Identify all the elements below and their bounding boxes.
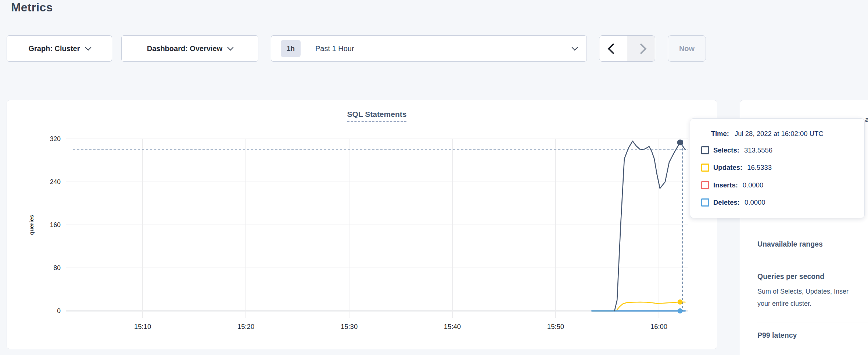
sidebar-divider: [757, 264, 868, 264]
chevron-down-icon: [85, 44, 91, 51]
selects-series-swatch-icon: [701, 146, 709, 154]
tooltip-row: Inserts: 0.0000: [701, 176, 853, 194]
svg-text:15:30: 15:30: [341, 323, 358, 330]
time-range-label: Past 1 Hour: [315, 44, 354, 53]
now-button[interactable]: Now: [668, 35, 706, 62]
dashboard-label: Dashboard: Overview: [147, 44, 223, 53]
series-value: 0.0000: [743, 181, 764, 189]
svg-text:15:10: 15:10: [134, 323, 151, 330]
chevron-left-icon: [608, 43, 619, 54]
tooltip-row: Updates: 16.5333: [701, 159, 853, 177]
sidebar-divider: [757, 231, 868, 231]
svg-text:0: 0: [57, 307, 61, 315]
time-range-dropdown[interactable]: 1h Past 1 Hour: [271, 35, 587, 62]
clipped-text-fragment: a: [865, 115, 868, 124]
dashboard-dropdown[interactable]: Dashboard: Overview: [121, 35, 258, 62]
chevron-right-icon: [636, 43, 647, 54]
time-range-pager: [599, 35, 655, 62]
series-label: Selects:: [713, 146, 739, 154]
tooltip-row: Selects: 313.5556: [701, 141, 853, 159]
chart-hover-tooltip: Time: Jul 28, 2022 at 16:02:00 UTC Selec…: [690, 118, 865, 218]
svg-text:160: 160: [50, 221, 61, 229]
sidebar-section-heading: Queries per second: [757, 272, 824, 281]
time-range-badge: 1h: [281, 40, 301, 57]
updates-series-swatch-icon: [701, 164, 709, 172]
sidebar-section-description: Sum of Selects, Updates, Inser: [757, 288, 849, 295]
series-label: Updates:: [713, 164, 742, 172]
svg-text:15:50: 15:50: [547, 323, 564, 330]
sidebar-section-heading: P99 latency: [757, 331, 797, 340]
tooltip-time-value: Jul 28, 2022 at 16:02:00 UTC: [735, 130, 824, 138]
graph-scope-dropdown[interactable]: Graph: Cluster: [7, 35, 112, 62]
svg-text:16:00: 16:00: [650, 323, 667, 330]
sidebar-section-heading: Unavailable ranges: [757, 240, 823, 248]
svg-text:15:20: 15:20: [237, 323, 254, 330]
series-label: Deletes:: [713, 198, 740, 207]
svg-text:240: 240: [50, 178, 61, 186]
inserts-series-swatch-icon: [701, 181, 709, 189]
series-value: 0.0000: [745, 198, 765, 207]
chevron-down-icon: [227, 44, 234, 51]
tooltip-time-row: Time: Jul 28, 2022 at 16:02:00 UTC: [711, 130, 853, 138]
next-range-button[interactable]: [627, 36, 655, 61]
prev-range-button[interactable]: [599, 36, 627, 61]
svg-text:320: 320: [50, 135, 61, 143]
chevron-down-icon: [572, 44, 578, 51]
sql-statements-chart-card: SQL Statements queries 08016024032015:10…: [7, 100, 717, 349]
svg-text:80: 80: [54, 264, 61, 272]
sidebar-section-description: your entire cluster.: [757, 300, 811, 308]
graph-scope-label: Graph: Cluster: [28, 44, 80, 53]
chart-svg[interactable]: 08016024032015:1015:2015:3015:4015:5016:…: [7, 100, 718, 349]
now-button-label: Now: [679, 44, 695, 53]
deletes-series-swatch-icon: [701, 198, 709, 207]
series-label: Inserts:: [713, 181, 738, 189]
series-value: 313.5556: [744, 146, 772, 154]
page-title: Metrics: [11, 1, 53, 14]
sidebar-divider: [757, 323, 868, 323]
tooltip-time-label: Time:: [711, 130, 729, 138]
tooltip-row: Deletes: 0.0000: [701, 194, 853, 212]
svg-text:15:40: 15:40: [444, 323, 461, 330]
series-value: 16.5333: [747, 164, 772, 172]
